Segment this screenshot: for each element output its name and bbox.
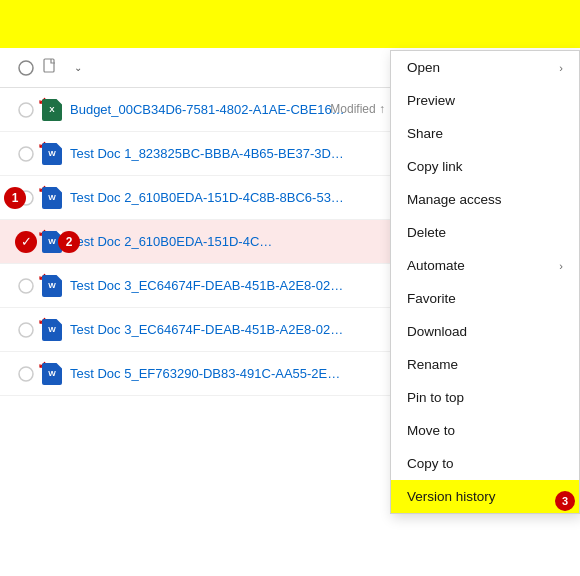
word-icon: W: [42, 275, 62, 297]
svg-point-3: [19, 147, 33, 161]
context-menu: Open›PreviewShareCopy linkManage accessD…: [390, 50, 580, 514]
annotation-badge-1: 1: [4, 187, 26, 209]
file-icon: [42, 58, 58, 74]
submenu-arrow-icon: ›: [559, 62, 563, 74]
menu-item-copy-link[interactable]: Copy link: [391, 150, 579, 183]
circle-checkbox-icon: [18, 60, 34, 76]
menu-item-label: Open: [407, 60, 559, 75]
menu-item-label: Automate: [407, 258, 559, 273]
selected-check-icon: ✓: [15, 231, 37, 253]
file-type-icon: W: [42, 275, 70, 297]
menu-item-open[interactable]: Open›: [391, 51, 579, 84]
page-header: [0, 0, 580, 48]
select-all-checkbox[interactable]: [10, 60, 42, 76]
file-type-icon: W: [42, 363, 70, 385]
menu-item-label: Download: [407, 324, 563, 339]
menu-item-label: Version history: [407, 489, 563, 504]
file-type-icon: W: [42, 143, 70, 165]
file-name[interactable]: Test Doc 3_EC64674F-DEAB-451B-A2E8-02…: [70, 322, 440, 337]
circle-checkbox-icon: [18, 146, 34, 162]
menu-item-label: Favorite: [407, 291, 563, 306]
circle-checkbox-icon: [18, 322, 34, 338]
menu-item-pin-to-top[interactable]: Pin to top: [391, 381, 579, 414]
col-header-file-icon: [42, 58, 70, 77]
file-name[interactable]: Test Doc 3_EC64674F-DEAB-451B-A2E8-02…: [70, 278, 440, 293]
menu-item-download[interactable]: Download: [391, 315, 579, 348]
word-icon: W: [42, 143, 62, 165]
circle-checkbox-icon: [18, 278, 34, 294]
menu-item-share[interactable]: Share: [391, 117, 579, 150]
file-type-icon: W: [42, 319, 70, 341]
menu-item-label: Share: [407, 126, 563, 141]
excel-icon: X: [42, 99, 62, 121]
file-name[interactable]: Test Doc 2_610B0EDA-151D-4C8B-8BC6-53…: [70, 190, 440, 205]
word-icon: W: [42, 363, 62, 385]
svg-point-7: [19, 367, 33, 381]
svg-point-5: [19, 279, 33, 293]
svg-point-6: [19, 323, 33, 337]
menu-item-manage-access[interactable]: Manage access: [391, 183, 579, 216]
menu-item-move-to[interactable]: Move to: [391, 414, 579, 447]
file-name[interactable]: Test Doc 5_EF763290-DB83-491C-AA55-2E…: [70, 366, 440, 381]
circle-checkbox-icon: [18, 366, 34, 382]
annotation-badge-3: 3: [555, 491, 575, 511]
menu-item-preview[interactable]: Preview: [391, 84, 579, 117]
menu-item-label: Copy to: [407, 456, 563, 471]
word-icon: W: [42, 187, 62, 209]
menu-item-label: Preview: [407, 93, 563, 108]
submenu-arrow-icon: ›: [559, 260, 563, 272]
menu-item-automate[interactable]: Automate›: [391, 249, 579, 282]
file-name[interactable]: Budget_00CB34D6-7581-4802-A1AE-CBE16…: [70, 102, 440, 117]
menu-item-label: Copy link: [407, 159, 563, 174]
menu-item-label: Move to: [407, 423, 563, 438]
menu-item-favorite[interactable]: Favorite: [391, 282, 579, 315]
file-name[interactable]: Test Doc 1_823825BC-BBBA-4B65-BE37-3D…: [70, 146, 440, 161]
file-name[interactable]: Test Doc 2_610B0EDA-151D-4C…: [70, 234, 440, 249]
circle-checkbox-icon: [18, 102, 34, 118]
svg-point-0: [19, 61, 33, 75]
menu-item-label: Pin to top: [407, 390, 563, 405]
menu-item-copy-to[interactable]: Copy to: [391, 447, 579, 480]
annotation-badge-2: 2: [58, 231, 80, 253]
chevron-down-icon: ⌄: [74, 62, 82, 73]
file-type-icon: W: [42, 187, 70, 209]
menu-item-label: Manage access: [407, 192, 563, 207]
svg-point-2: [19, 103, 33, 117]
menu-item-label: Delete: [407, 225, 563, 240]
menu-item-label: Rename: [407, 357, 563, 372]
name-column-header[interactable]: ⌄: [70, 62, 82, 73]
file-type-icon: X: [42, 99, 70, 121]
menu-item-rename[interactable]: Rename: [391, 348, 579, 381]
svg-rect-1: [44, 59, 54, 72]
menu-item-delete[interactable]: Delete: [391, 216, 579, 249]
word-icon: W: [42, 319, 62, 341]
menu-item-version-history[interactable]: Version history3: [391, 480, 579, 513]
